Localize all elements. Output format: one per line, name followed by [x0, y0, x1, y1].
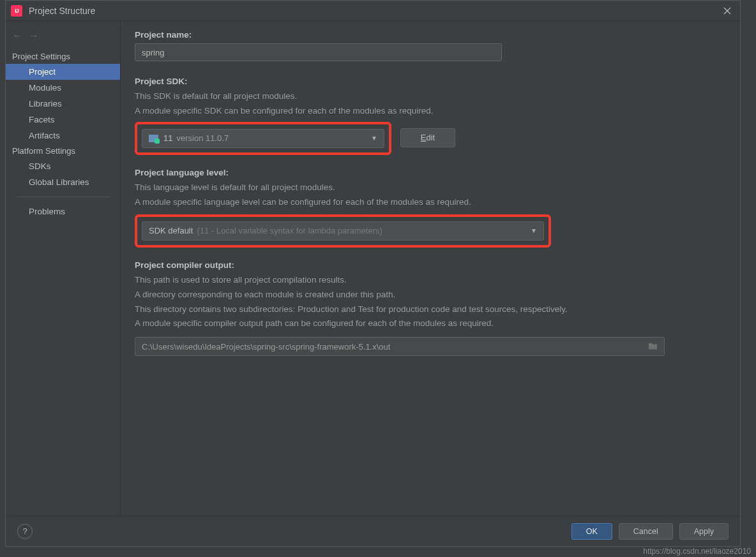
sidebar-item-artifacts[interactable]: Artifacts [6, 128, 120, 144]
titlebar: Project Structure [6, 1, 740, 21]
edit-label-underline: E [421, 133, 427, 142]
browse-folder-icon[interactable] [648, 342, 658, 352]
out-desc-4: A module specific compiler output path c… [135, 317, 726, 330]
help-button[interactable]: ? [17, 524, 33, 539]
intellij-icon [11, 5, 22, 17]
sidebar-item-global-libraries[interactable]: Global Libraries [6, 174, 120, 190]
apply-button[interactable]: Apply [679, 523, 729, 540]
chevron-down-icon: ▼ [371, 135, 377, 142]
lang-desc-1: This language level is default for all p… [135, 181, 726, 195]
language-level-label: Project language level: [135, 168, 726, 177]
sidebar-separator [16, 197, 110, 197]
sdk-edit-button[interactable]: Edit [400, 128, 455, 147]
sidebar-item-libraries[interactable]: Libraries [6, 96, 120, 112]
lang-selected-hint: (11 - Local variable syntax for lambda p… [197, 226, 382, 235]
close-icon[interactable] [720, 3, 735, 19]
compiler-output-input[interactable]: C:\Users\wisedu\IdeaProjects\spring-src\… [135, 337, 665, 356]
sdk-highlight-box: 11 version 11.0.7 ▼ [135, 122, 391, 155]
nav-forward-icon[interactable]: → [29, 30, 39, 41]
cancel-button[interactable]: Cancel [619, 523, 673, 540]
chevron-down-icon: ▼ [531, 227, 537, 234]
sidebar-heading-platform: Platform Settings [6, 144, 120, 158]
sidebar-item-sdks[interactable]: SDKs [6, 158, 120, 174]
language-level-dropdown[interactable]: SDK default (11 - Local variable syntax … [142, 221, 544, 241]
nav-back-icon[interactable]: ← [12, 30, 22, 41]
main-panel: Project name: Project SDK: This SDK is d… [121, 21, 740, 516]
out-desc-2: A directory corresponding to each module… [135, 288, 726, 302]
project-structure-dialog: Project Structure ← → Project Settings P… [5, 0, 741, 547]
lang-desc-2: A module specific language level can be … [135, 196, 726, 209]
sidebar-item-facets[interactable]: Facets [6, 112, 120, 128]
sidebar-item-problems[interactable]: Problems [6, 204, 120, 219]
lang-selected-main: SDK default [149, 226, 193, 235]
out-desc-1: This path is used to store all project c… [135, 274, 726, 287]
dialog-footer: ? OK Cancel Apply [6, 516, 740, 546]
sidebar: ← → Project Settings Project Modules Lib… [6, 21, 121, 516]
compiler-output-value: C:\Users\wisedu\IdeaProjects\spring-src\… [142, 342, 390, 352]
project-name-label: Project name: [135, 30, 726, 40]
sidebar-item-project[interactable]: Project [6, 64, 120, 80]
project-name-input[interactable] [135, 43, 502, 61]
out-desc-3: This directory contains two subdirectori… [135, 303, 726, 316]
sidebar-heading-project: Project Settings [6, 49, 120, 64]
edit-label-rest: dit [426, 133, 435, 142]
sidebar-item-modules[interactable]: Modules [6, 80, 120, 96]
sdk-desc-1: This SDK is default for all project modu… [135, 90, 726, 103]
dialog-title: Project Structure [29, 6, 95, 16]
jdk-folder-icon [149, 135, 158, 142]
compiler-output-label: Project compiler output: [135, 260, 726, 270]
ok-button[interactable]: OK [571, 523, 612, 540]
lang-highlight-box: SDK default (11 - Local variable syntax … [135, 214, 551, 248]
sdk-desc-2: A module specific SDK can be configured … [135, 105, 726, 118]
watermark: https://blog.csdn.net/liaoze2010 [643, 547, 751, 556]
project-sdk-dropdown[interactable]: 11 version 11.0.7 ▼ [142, 129, 384, 148]
sdk-version: version 11.0.7 [176, 133, 229, 143]
sdk-name: 11 [163, 133, 172, 143]
project-sdk-label: Project SDK: [135, 77, 726, 86]
